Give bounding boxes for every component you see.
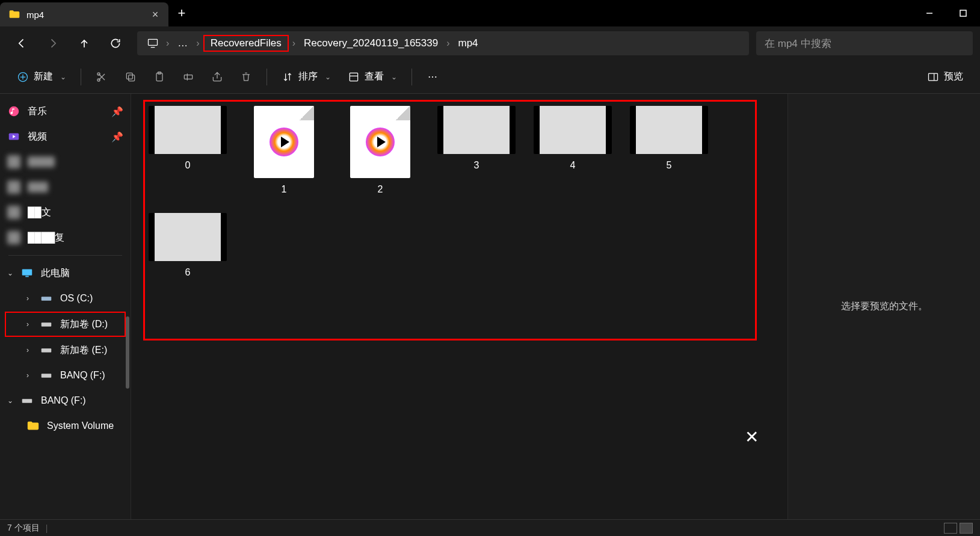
music-icon bbox=[7, 105, 20, 118]
svg-rect-19 bbox=[22, 270, 32, 276]
view-button[interactable]: 查看⌄ bbox=[341, 65, 404, 89]
cut-button[interactable] bbox=[88, 65, 115, 89]
folder-icon bbox=[8, 8, 20, 20]
statusbar: 7 个项目 | bbox=[0, 519, 980, 536]
sidebar-item-blurred[interactable]: ███ bbox=[0, 174, 131, 200]
chevron-right-icon[interactable]: › bbox=[26, 294, 36, 303]
navbar: › … › RecoveredFiles › Recovery_20240119… bbox=[0, 26, 980, 60]
delete-button[interactable] bbox=[233, 65, 259, 89]
video-thumbnail bbox=[437, 106, 516, 154]
main-area: 音乐 📌 视频 📌 ████ ███ ██文 ████复 ⌄ 此电脑 › OS … bbox=[0, 94, 980, 519]
chevron-right-icon[interactable]: › bbox=[26, 346, 36, 354]
preview-empty-text: 选择要预览的文件。 bbox=[841, 300, 928, 313]
sidebar-item-drive-d[interactable]: › 新加卷 (D:) bbox=[5, 312, 126, 337]
window-tab[interactable]: mp4 × bbox=[0, 2, 168, 26]
breadcrumb-seg-recoveredfiles[interactable]: RecoveredFiles bbox=[203, 35, 289, 52]
drive-icon bbox=[40, 318, 53, 331]
svg-rect-13 bbox=[350, 73, 357, 81]
sort-button[interactable]: 排序⌄ bbox=[274, 65, 338, 89]
sidebar-item-video[interactable]: 视频 📌 bbox=[0, 124, 131, 149]
folder-icon bbox=[26, 419, 40, 433]
file-item[interactable]: 1 bbox=[242, 106, 326, 195]
new-tab-button[interactable]: + bbox=[168, 0, 195, 26]
forward-button[interactable] bbox=[39, 31, 67, 55]
svg-rect-15 bbox=[929, 73, 938, 81]
chevron-down-icon[interactable]: ⌄ bbox=[7, 269, 17, 277]
search-input[interactable]: 在 mp4 中搜索 bbox=[756, 31, 973, 55]
sidebar-item-blurred[interactable]: ████复 bbox=[0, 225, 131, 250]
chevron-down-icon[interactable]: ⌄ bbox=[7, 396, 17, 405]
svg-rect-23 bbox=[42, 348, 52, 352]
video-thumbnail bbox=[149, 213, 227, 261]
chevron-right-icon[interactable]: › bbox=[443, 38, 453, 49]
breadcrumb-seg-mp4[interactable]: mp4 bbox=[454, 37, 483, 49]
file-item[interactable]: 0 bbox=[146, 106, 230, 195]
address-bar[interactable]: › … › RecoveredFiles › Recovery_20240119… bbox=[137, 31, 749, 55]
drive-icon bbox=[40, 292, 53, 305]
minimize-button[interactable] bbox=[913, 0, 946, 26]
sidebar-item-drive-f2[interactable]: ⌄ BANQ (F:) bbox=[0, 388, 131, 413]
up-button[interactable] bbox=[70, 31, 99, 55]
search-placeholder: 在 mp4 中搜索 bbox=[765, 37, 831, 51]
maximize-button[interactable] bbox=[946, 0, 980, 26]
sidebar-item-sysvol[interactable]: System Volume bbox=[0, 413, 131, 439]
preview-pane: 选择要预览的文件。 bbox=[787, 94, 980, 519]
refresh-button[interactable] bbox=[101, 31, 130, 55]
svg-rect-7 bbox=[129, 75, 135, 81]
tiles-view-button[interactable] bbox=[960, 523, 973, 534]
sidebar: 音乐 📌 视频 📌 ████ ███ ██文 ████复 ⌄ 此电脑 › OS … bbox=[0, 94, 131, 519]
rename-button[interactable] bbox=[175, 65, 202, 89]
drive-icon bbox=[20, 394, 34, 407]
svg-rect-21 bbox=[42, 297, 52, 300]
file-name: 4 bbox=[570, 160, 576, 171]
sidebar-item-music[interactable]: 音乐 📌 bbox=[0, 99, 131, 124]
drive-icon bbox=[40, 369, 53, 382]
chevron-right-icon[interactable]: › bbox=[162, 38, 173, 49]
share-button[interactable] bbox=[204, 65, 230, 89]
video-thumbnail bbox=[149, 106, 227, 154]
video-thumbnail bbox=[534, 106, 612, 154]
media-file-icon bbox=[350, 106, 410, 178]
chevron-right-icon[interactable]: › bbox=[26, 320, 36, 328]
breadcrumb-seg-recovery[interactable]: Recovery_20240119_165339 bbox=[299, 37, 443, 49]
close-overlay-button[interactable]: ✕ bbox=[745, 427, 759, 447]
file-item[interactable]: 2 bbox=[338, 106, 422, 195]
paste-button[interactable] bbox=[146, 65, 173, 89]
drive-icon bbox=[40, 343, 53, 357]
svg-point-17 bbox=[9, 106, 19, 117]
more-button[interactable]: ⋯ bbox=[419, 65, 446, 89]
file-name: 6 bbox=[185, 267, 191, 278]
svg-rect-11 bbox=[184, 75, 192, 79]
file-item[interactable]: 3 bbox=[434, 106, 519, 195]
pin-icon: 📌 bbox=[111, 131, 123, 143]
chevron-right-icon[interactable]: › bbox=[26, 371, 36, 380]
titlebar: mp4 × + bbox=[0, 0, 980, 26]
close-tab-button[interactable]: × bbox=[150, 8, 160, 21]
sidebar-item-drive-c[interactable]: › OS (C:) bbox=[0, 286, 131, 311]
sidebar-item-thispc[interactable]: ⌄ 此电脑 bbox=[0, 260, 131, 286]
sidebar-item-drive-f[interactable]: › BANQ (F:) bbox=[0, 363, 131, 388]
preview-toggle[interactable]: 预览 bbox=[920, 65, 970, 89]
chevron-right-icon[interactable]: › bbox=[193, 38, 203, 49]
copy-button[interactable] bbox=[117, 65, 144, 89]
svg-rect-1 bbox=[960, 10, 966, 16]
chevron-right-icon[interactable]: › bbox=[289, 38, 299, 49]
back-button[interactable] bbox=[7, 31, 36, 55]
file-name: 1 bbox=[282, 184, 287, 195]
sidebar-item-drive-e[interactable]: › 新加卷 (E:) bbox=[0, 337, 131, 363]
svg-rect-25 bbox=[22, 399, 32, 402]
file-item[interactable]: 6 bbox=[146, 213, 230, 278]
sidebar-item-blurred[interactable]: ████ bbox=[0, 149, 131, 174]
pc-icon bbox=[20, 266, 34, 280]
file-item[interactable]: 5 bbox=[627, 106, 711, 195]
file-view[interactable]: 0123456 ✕ bbox=[131, 94, 787, 519]
details-view-button[interactable] bbox=[944, 523, 957, 534]
ellipsis-breadcrumb[interactable]: … bbox=[173, 37, 193, 49]
new-button[interactable]: 新建⌄ bbox=[10, 65, 73, 89]
file-name: 5 bbox=[667, 160, 672, 171]
media-file-icon bbox=[254, 106, 314, 178]
window-controls bbox=[913, 0, 980, 26]
file-item[interactable]: 4 bbox=[531, 106, 615, 195]
svg-rect-20 bbox=[25, 276, 29, 277]
sidebar-item-blurred[interactable]: ██文 bbox=[0, 200, 131, 225]
